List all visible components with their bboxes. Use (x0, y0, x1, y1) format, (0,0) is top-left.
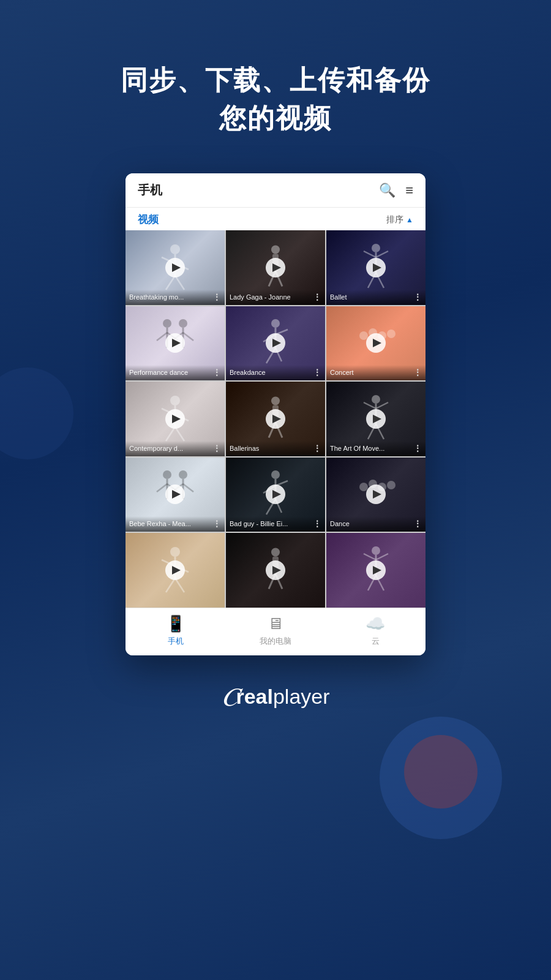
video-thumb-5[interactable]: Breakdance⋮ (226, 306, 325, 381)
app-frame: 手机 🔍 ≡ 视频 排序 ▲ Breathtaking mo...⋮Lady G… (126, 173, 425, 655)
cloud-icon: ☁️ (365, 614, 385, 633)
phone-icon: 📱 (166, 614, 186, 633)
svg-line-80 (364, 554, 376, 560)
thumb-label-5: Breakdance⋮ (226, 365, 325, 380)
nav-cloud[interactable]: ☁️ 云 (326, 614, 425, 647)
play-button-14[interactable] (266, 560, 285, 580)
videos-bar: 视频 排序 ▲ (126, 208, 425, 230)
header-title: 手机 (138, 182, 162, 198)
thumb-more-6[interactable]: ⋮ (413, 368, 422, 377)
thumb-more-7[interactable]: ⋮ (212, 443, 221, 453)
svg-line-73 (175, 578, 184, 592)
play-button-10[interactable] (165, 484, 185, 504)
nav-pc[interactable]: 🖥 我的电脑 (225, 614, 325, 647)
play-button-5[interactable] (266, 333, 285, 353)
svg-point-16 (163, 319, 171, 328)
video-grid: Breathtaking mo...⋮Lady Gaga - Joanne⋮Ba… (126, 230, 425, 608)
thumb-title-5: Breakdance (230, 369, 266, 376)
svg-point-17 (179, 319, 187, 328)
monitor-icon: 🖥 (268, 614, 283, 633)
svg-point-33 (387, 330, 395, 338)
svg-line-38 (166, 427, 175, 441)
thumb-label-2: Lady Gaga - Joanne⋮ (226, 290, 325, 305)
play-button-7[interactable] (165, 409, 185, 429)
play-button-12[interactable] (366, 484, 386, 504)
play-button-13[interactable] (165, 560, 185, 580)
thumb-more-4[interactable]: ⋮ (212, 368, 221, 377)
svg-line-12 (364, 251, 376, 257)
video-thumb-8[interactable]: Ballerinas⋮ (226, 382, 325, 456)
play-button-3[interactable] (366, 258, 386, 277)
video-thumb-12[interactable]: Dance⋮ (326, 458, 425, 532)
thumb-more-2[interactable]: ⋮ (313, 292, 321, 302)
thumb-title-8: Ballerinas (230, 445, 259, 452)
play-button-9[interactable] (366, 409, 386, 429)
svg-point-50 (163, 470, 171, 479)
play-button-6[interactable] (366, 333, 386, 353)
bg-decoration-3 (0, 368, 73, 459)
menu-icon[interactable]: ≡ (405, 183, 413, 198)
thumb-more-8[interactable]: ⋮ (313, 443, 321, 453)
thumb-more-3[interactable]: ⋮ (413, 292, 422, 302)
svg-point-51 (179, 470, 187, 479)
thumb-more-12[interactable]: ⋮ (413, 519, 422, 529)
video-thumb-15[interactable] (326, 533, 425, 608)
play-button-1[interactable] (165, 258, 185, 277)
thumb-label-4: Performance dance⋮ (126, 365, 225, 380)
svg-point-67 (387, 481, 395, 489)
svg-line-5 (175, 276, 184, 290)
video-thumb-4[interactable]: Performance dance⋮ (126, 306, 225, 381)
video-thumb-14[interactable] (226, 533, 325, 608)
video-thumb-2[interactable]: Lady Gaga - Joanne⋮ (226, 230, 325, 305)
video-thumb-6[interactable]: Concert⋮ (326, 306, 425, 381)
thumb-label-7: Contemporary d...⋮ (126, 441, 225, 456)
thumb-more-9[interactable]: ⋮ (413, 443, 422, 453)
nav-phone[interactable]: 📱 手机 (126, 614, 225, 647)
thumb-title-3: Ballet (330, 293, 347, 301)
svg-line-47 (376, 402, 388, 409)
video-thumb-13[interactable] (126, 533, 225, 608)
video-thumb-9[interactable]: The Art Of Move...⋮ (326, 382, 425, 456)
logo-player: player (273, 685, 330, 709)
thumb-title-12: Dance (330, 520, 350, 527)
thumb-title-2: Lady Gaga - Joanne (230, 293, 291, 301)
video-thumb-1[interactable]: Breathtaking mo...⋮ (126, 230, 225, 305)
thumb-title-9: The Art Of Move... (330, 445, 384, 452)
play-button-15[interactable] (366, 560, 386, 580)
svg-point-6 (271, 245, 280, 254)
bg-decoration-2 (404, 735, 478, 809)
video-thumb-10[interactable]: Bebe Rexha - Mea...⋮ (126, 458, 225, 532)
play-button-11[interactable] (266, 484, 285, 504)
sort-label: 排序 (386, 214, 403, 225)
logo-area: 𝐶 real player (0, 655, 551, 712)
play-button-2[interactable] (266, 258, 285, 277)
video-thumb-7[interactable]: Contemporary d...⋮ (126, 382, 225, 456)
svg-line-46 (364, 402, 376, 409)
video-thumb-11[interactable]: Bad guy - Billie Ei...⋮ (226, 458, 325, 532)
svg-line-13 (376, 251, 388, 257)
svg-point-34 (170, 396, 180, 405)
svg-line-23 (183, 333, 193, 341)
thumb-label-12: Dance⋮ (326, 516, 425, 532)
thumb-label-10: Bebe Rexha - Mea...⋮ (126, 516, 225, 532)
search-icon[interactable]: 🔍 (379, 183, 395, 198)
play-button-8[interactable] (266, 409, 285, 429)
bottom-nav: 📱 手机 🖥 我的电脑 ☁️ 云 (126, 608, 425, 655)
thumb-label-11: Bad guy - Billie Ei...⋮ (226, 516, 325, 532)
svg-point-68 (170, 547, 180, 557)
svg-point-40 (271, 396, 280, 405)
thumb-more-10[interactable]: ⋮ (212, 519, 221, 529)
videos-label[interactable]: 视频 (138, 213, 159, 227)
svg-point-24 (271, 319, 280, 328)
play-button-4[interactable] (165, 333, 185, 353)
svg-line-4 (166, 276, 175, 290)
video-thumb-3[interactable]: Ballet⋮ (326, 230, 425, 305)
thumb-more-11[interactable]: ⋮ (313, 519, 321, 529)
svg-line-81 (376, 554, 388, 560)
thumb-more-5[interactable]: ⋮ (313, 368, 321, 377)
sort-button[interactable]: 排序 ▲ (386, 214, 413, 225)
thumb-label-1: Breathtaking mo...⋮ (126, 290, 225, 305)
thumb-label-6: Concert⋮ (326, 365, 425, 380)
thumb-more-1[interactable]: ⋮ (212, 292, 221, 302)
nav-phone-label: 手机 (168, 636, 184, 647)
